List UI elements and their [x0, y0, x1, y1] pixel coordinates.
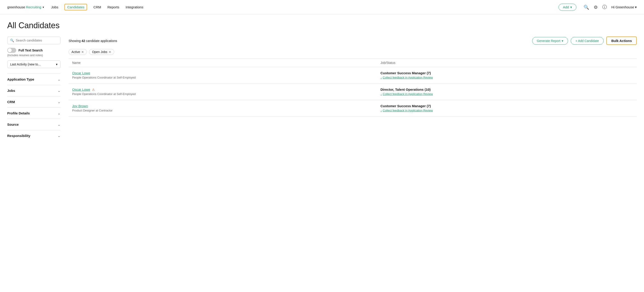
- name-row-0: Oscar Lowe: [72, 71, 373, 75]
- filter-tag-open-jobs-remove[interactable]: ✕: [109, 50, 111, 54]
- toggle-knob: [8, 48, 12, 52]
- page-title: All Candidates: [7, 21, 637, 30]
- brand-logo[interactable]: greenhouse Recruiting ▾: [7, 5, 44, 9]
- navbar: greenhouse Recruiting ▾ Jobs Candidates …: [0, 0, 644, 15]
- user-greeting: Hi Greenhouse: [611, 5, 634, 9]
- showing-text: Showing 42 candidate applications: [68, 39, 117, 43]
- candidate-cell-0: Oscar Lowe People Operations Coordinator…: [68, 67, 377, 84]
- filter-tag-open-jobs[interactable]: Open Jobs ✕: [89, 49, 114, 55]
- sidebar-section-responsibility-chevron: ⌄: [58, 134, 60, 138]
- brand-greenhouse: greenhouse: [7, 5, 25, 9]
- sidebar-section-profile-details[interactable]: Profile Details ⌄: [7, 107, 60, 119]
- user-menu[interactable]: Hi Greenhouse ▾: [611, 5, 637, 9]
- col-job: Job/Status: [377, 59, 637, 67]
- table-row: Oscar Lowe ⚠ People Operations Coordinat…: [68, 84, 637, 100]
- sidebar-section-profile-details-chevron: ⌄: [58, 112, 60, 115]
- job-title-1: Director, Talent Operations (10): [380, 88, 633, 91]
- sidebar-section-crm-label: CRM: [7, 100, 15, 104]
- help-icon[interactable]: ⓘ: [602, 4, 607, 10]
- filter-tag-open-jobs-label: Open Jobs: [92, 50, 107, 54]
- arrow-down-2: ↓: [380, 109, 382, 112]
- sidebar: 🔍 Full Text Search (Includes resumes and…: [7, 37, 66, 141]
- showing-prefix: Showing: [68, 39, 82, 43]
- job-cell-0: Customer Success Manager (7) ↓ Collect f…: [377, 67, 637, 84]
- filter-tags: Active ✕ Open Jobs ✕: [68, 49, 637, 55]
- job-link-label-1: Collect feedback in Application Review: [383, 92, 433, 96]
- nav-link-jobs[interactable]: Jobs: [51, 4, 58, 10]
- sort-label: Last Activity (new to...: [10, 63, 40, 66]
- bulk-actions-button[interactable]: Bulk Actions: [606, 37, 637, 45]
- add-candidate-button[interactable]: + Add Candidate: [571, 37, 604, 45]
- job-cell-2: Customer Success Manager (7) ↓ Collect f…: [377, 100, 637, 116]
- table-header: Name Job/Status: [68, 59, 637, 67]
- col-name: Name: [68, 59, 377, 67]
- showing-count: 42: [82, 39, 85, 43]
- user-chevron: ▾: [635, 5, 637, 9]
- sidebar-section-jobs[interactable]: Jobs ⌄: [7, 85, 60, 96]
- sidebar-section-source[interactable]: Source ⌄: [7, 119, 60, 130]
- name-row-1: Oscar Lowe ⚠: [72, 88, 373, 91]
- full-text-search-toggle[interactable]: [7, 48, 16, 53]
- main-layout: 🔍 Full Text Search (Includes resumes and…: [7, 37, 637, 141]
- sidebar-section-jobs-chevron: ⌄: [58, 89, 60, 93]
- nav-link-candidates[interactable]: Candidates: [64, 4, 87, 10]
- header-actions: Generate Report ▾ + Add Candidate Bulk A…: [532, 37, 637, 45]
- content-area: Showing 42 candidate applications Genera…: [66, 37, 637, 141]
- job-link-2[interactable]: ↓ Collect feedback in Application Review: [380, 109, 633, 112]
- generate-report-button[interactable]: Generate Report ▾: [532, 37, 568, 45]
- gear-icon[interactable]: ⚙: [594, 5, 598, 10]
- search-icon[interactable]: 🔍: [584, 5, 589, 10]
- sidebar-section-source-label: Source: [7, 123, 19, 126]
- candidates-table: Name Job/Status Oscar Lowe People Operat…: [68, 59, 637, 116]
- warning-icon-1: ⚠: [92, 88, 95, 91]
- filter-tag-active[interactable]: Active ✕: [68, 49, 87, 55]
- showing-suffix: candidate applications: [85, 39, 117, 43]
- job-link-0[interactable]: ↓ Collect feedback in Application Review: [380, 76, 633, 79]
- arrow-down-1: ↓: [380, 93, 382, 96]
- nav-right: 🔍 ⚙ ⓘ Hi Greenhouse ▾: [584, 4, 637, 10]
- toggle-sublabel: (Includes resumes and notes): [7, 54, 60, 57]
- candidate-name-1[interactable]: Oscar Lowe: [72, 88, 90, 91]
- table-row: Joy Brown Product Designer at Contractor…: [68, 100, 637, 116]
- sidebar-section-jobs-label: Jobs: [7, 89, 15, 93]
- table-row: Oscar Lowe People Operations Coordinator…: [68, 67, 637, 84]
- nav-link-reports[interactable]: Reports: [108, 4, 120, 10]
- job-link-label-2: Collect feedback in Application Review: [383, 109, 433, 112]
- nav-links: Jobs Candidates CRM Reports Integrations: [51, 4, 559, 10]
- name-row-2: Joy Brown: [72, 104, 373, 108]
- toggle-label: Full Text Search: [18, 49, 42, 52]
- sidebar-section-responsibility[interactable]: Responsibility ⌄: [7, 130, 60, 141]
- sidebar-section-profile-details-label: Profile Details: [7, 111, 30, 115]
- sort-dropdown[interactable]: Last Activity (new to... ▾: [7, 61, 60, 68]
- candidate-name-2[interactable]: Joy Brown: [72, 104, 88, 108]
- candidate-cell-1: Oscar Lowe ⚠ People Operations Coordinat…: [68, 84, 377, 100]
- generate-report-chevron: ▾: [562, 39, 563, 43]
- sidebar-section-application-type-label: Application Type: [7, 77, 34, 81]
- table-body: Oscar Lowe People Operations Coordinator…: [68, 67, 637, 116]
- nav-link-integrations[interactable]: Integrations: [126, 4, 143, 10]
- sidebar-section-source-chevron: ⌄: [58, 123, 60, 126]
- sidebar-section-application-type[interactable]: Application Type ⌄: [7, 74, 60, 85]
- candidate-name-0[interactable]: Oscar Lowe: [72, 71, 90, 75]
- search-box[interactable]: 🔍: [7, 37, 60, 44]
- filter-tag-active-remove[interactable]: ✕: [82, 50, 84, 54]
- job-link-1[interactable]: ↓ Collect feedback in Application Review: [380, 92, 633, 96]
- sidebar-section-crm[interactable]: CRM ⌄: [7, 96, 60, 107]
- search-input[interactable]: [16, 39, 58, 42]
- nav-link-crm[interactable]: CRM: [93, 4, 101, 10]
- toggle-row: Full Text Search: [7, 48, 60, 53]
- add-button[interactable]: Add ▾: [558, 4, 576, 11]
- arrow-down-0: ↓: [380, 76, 382, 79]
- search-icon: 🔍: [10, 39, 14, 42]
- job-cell-1: Director, Talent Operations (10) ↓ Colle…: [377, 84, 637, 100]
- filter-tag-active-label: Active: [72, 50, 80, 54]
- add-candidate-label: + Add Candidate: [576, 39, 599, 43]
- sort-chevron: ▾: [56, 63, 58, 66]
- add-button-label: Add: [563, 5, 569, 9]
- sidebar-section-crm-chevron: ⌄: [58, 100, 60, 104]
- candidate-subtitle-0: People Operations Coordinator at Self-Em…: [72, 76, 373, 79]
- candidate-subtitle-1: People Operations Coordinator at Self-Em…: [72, 92, 373, 96]
- sidebar-section-application-type-chevron: ⌄: [58, 78, 60, 81]
- brand-recruiting: Recruiting: [26, 5, 41, 9]
- candidate-cell-2: Joy Brown Product Designer at Contractor: [68, 100, 377, 116]
